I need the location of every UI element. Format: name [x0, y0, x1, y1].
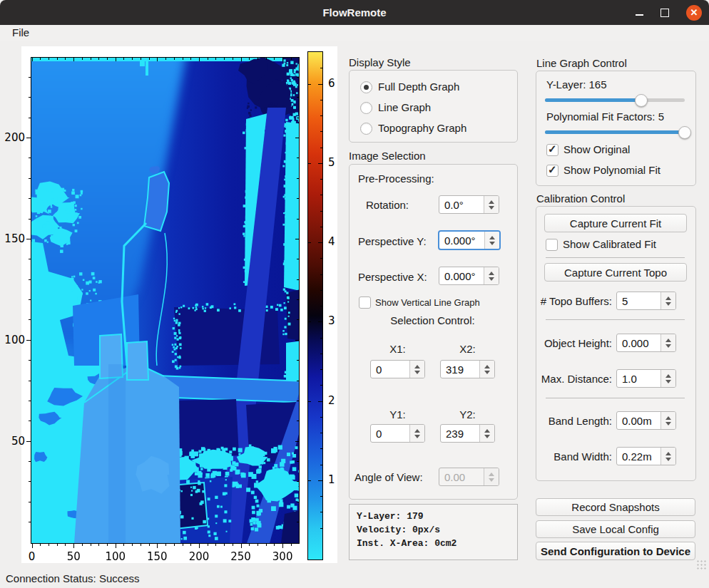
- resize-grip[interactable]: [696, 559, 706, 569]
- close-icon[interactable]: ✕: [686, 5, 702, 21]
- band-length-spinbox[interactable]: 0.00m: [616, 411, 676, 430]
- x-tick-label: 0: [20, 550, 44, 563]
- spinner-buttons[interactable]: [660, 292, 675, 309]
- axis-tick: [91, 544, 91, 546]
- axis-tick: [320, 528, 322, 529]
- spinner-buttons[interactable]: [484, 232, 499, 249]
- axis-tick: [65, 58, 66, 60]
- topo-buffers-spinbox[interactable]: 5: [616, 292, 676, 310]
- axis-tick: [297, 97, 299, 98]
- spinner-buttons[interactable]: [479, 425, 494, 442]
- depth-figure: 05010015020025030050100150200123456: [21, 46, 337, 563]
- axis-tick: [165, 544, 166, 546]
- spinner-buttons[interactable]: [660, 448, 675, 465]
- axis-tick: [174, 544, 175, 546]
- axis-tick: [123, 58, 124, 60]
- axis-tick: [215, 58, 216, 60]
- axis-tick: [297, 279, 299, 280]
- axis-tick: [320, 448, 322, 449]
- spinner-buttons[interactable]: [660, 412, 675, 429]
- x1-spinbox[interactable]: 0: [370, 360, 425, 378]
- axis-tick: [29, 502, 31, 502]
- axis-tick: [107, 58, 108, 60]
- max-distance-spinbox[interactable]: 1.0: [616, 369, 676, 388]
- y1-spinbox[interactable]: 0: [370, 424, 425, 443]
- object-height-spinbox[interactable]: 0.000: [616, 334, 676, 352]
- perspective-x-label: Perspective X:: [358, 271, 427, 283]
- axis-tick: [98, 544, 99, 546]
- radio-topography-graph[interactable]: [360, 123, 372, 135]
- axis-tick: [297, 461, 299, 462]
- y-layer-slider[interactable]: [545, 93, 685, 106]
- slider-thumb[interactable]: [678, 126, 691, 139]
- x2-spinbox[interactable]: 319: [440, 360, 495, 378]
- colorbar-tick-label: 6: [328, 77, 335, 90]
- record-snapshots-button[interactable]: Record Snapshots: [536, 498, 695, 516]
- axis-tick: [29, 279, 31, 280]
- spinner-buttons: [484, 468, 499, 485]
- capture-current-fit-button[interactable]: Capture Current Fit: [544, 214, 687, 232]
- axis-tick: [308, 84, 311, 85]
- axis-tick: [266, 58, 267, 60]
- axis-tick: [29, 401, 31, 401]
- separator: [546, 398, 685, 398]
- show-polynomial-fit-checkbox[interactable]: [546, 165, 558, 177]
- y2-spinbox[interactable]: 239: [440, 424, 495, 443]
- colorbar-tick-label: 3: [328, 314, 335, 327]
- menubar: File: [0, 25, 709, 41]
- spinner-buttons[interactable]: [409, 361, 424, 378]
- poly-fit-slider[interactable]: [545, 125, 685, 138]
- selection-control-label: Selection Control:: [349, 314, 516, 326]
- slider-thumb[interactable]: [635, 94, 648, 107]
- show-calibrated-fit-checkbox[interactable]: [546, 239, 558, 251]
- show-vertical-line-graph-checkbox[interactable]: [359, 296, 371, 309]
- window-title: FlowRemote: [322, 6, 386, 19]
- axis-tick: [320, 417, 322, 418]
- colorbar-tick-label: 4: [328, 235, 335, 248]
- perspective-y-spinbox[interactable]: 0.000°: [438, 230, 501, 250]
- rotation-spinbox[interactable]: 0.0°: [439, 195, 499, 214]
- spinner-buttons[interactable]: [479, 361, 494, 378]
- axis-tick: [73, 544, 74, 548]
- send-configuration-button[interactable]: Send Configuration to Device: [536, 542, 695, 560]
- axis-tick: [241, 58, 242, 61]
- band-width-spinbox[interactable]: 0.22m: [616, 447, 676, 465]
- spinner-buttons[interactable]: [660, 334, 675, 351]
- axis-tick: [297, 219, 299, 220]
- axis-tick: [40, 58, 41, 60]
- radio-full-depth-graph[interactable]: [360, 81, 372, 93]
- axis-tick: [183, 58, 183, 60]
- maximize-icon[interactable]: [660, 9, 669, 17]
- axis-tick: [141, 544, 141, 546]
- save-local-config-button[interactable]: Save Local Config: [536, 520, 695, 538]
- show-original-checkbox[interactable]: [546, 144, 558, 156]
- angle-of-view-label: Angle of View:: [354, 471, 423, 483]
- axis-tick: [266, 544, 267, 546]
- axis-tick: [297, 502, 299, 502]
- axis-tick: [82, 58, 83, 60]
- spinner-buttons[interactable]: [484, 267, 499, 284]
- spinner-buttons[interactable]: [660, 370, 675, 387]
- axis-tick: [308, 163, 311, 164]
- axis-tick: [26, 340, 31, 341]
- axis-tick: [190, 58, 191, 60]
- preprocessing-label: Pre-Processing:: [358, 172, 434, 185]
- show-original-label: Show Original: [563, 143, 630, 155]
- spinner-buttons[interactable]: [484, 196, 499, 213]
- axis-tick: [297, 158, 299, 158]
- line-graph-control-title: Line Graph Control: [536, 57, 627, 69]
- radio-line-graph[interactable]: [360, 102, 372, 114]
- axis-tick: [29, 522, 31, 522]
- minimize-icon[interactable]: [636, 14, 643, 16]
- spinner-buttons[interactable]: [409, 425, 424, 442]
- depth-map-canvas: [31, 58, 299, 543]
- axis-tick: [320, 338, 322, 339]
- axis-tick: [320, 211, 322, 212]
- axis-tick: [318, 321, 322, 322]
- y-tick-label: 100: [1, 334, 25, 346]
- menu-file[interactable]: File: [9, 26, 32, 38]
- perspective-x-spinbox[interactable]: 0.000°: [439, 267, 499, 285]
- axis-tick: [57, 544, 58, 546]
- y-layer-slider-label: Y-Layer: 165: [546, 78, 607, 91]
- capture-current-topo-button[interactable]: Capture Current Topo: [544, 263, 687, 282]
